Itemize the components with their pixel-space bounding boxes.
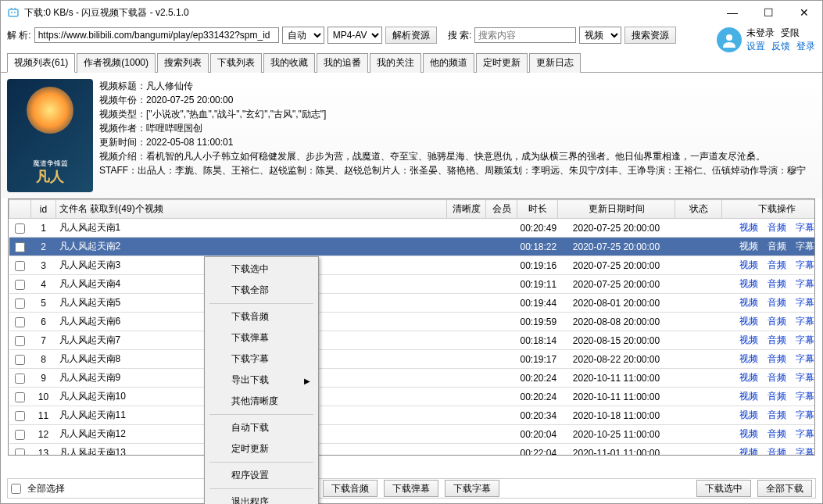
- row-checkbox[interactable]: [15, 261, 25, 271]
- download-subtitle-link[interactable]: 字幕: [796, 241, 814, 252]
- download-audio-link[interactable]: 音频: [768, 428, 786, 439]
- table-row[interactable]: 8凡人风起天南800:19:172020-08-22 20:00:00视频音频字…: [9, 350, 815, 369]
- menu-item[interactable]: 定时更新: [206, 438, 317, 459]
- download-video-link[interactable]: 视频: [739, 353, 758, 364]
- feedback-link[interactable]: 反馈: [771, 40, 790, 53]
- table-row[interactable]: 13凡人风起天南1300:22:042020-11-01 11:00:00视频音…: [9, 444, 815, 456]
- download-subtitle-link[interactable]: 字幕: [796, 278, 814, 289]
- format-select[interactable]: MP4-AVC: [327, 27, 382, 44]
- table-row[interactable]: 11凡人风起天南1100:20:342020-10-18 11:00:00视频音…: [9, 406, 815, 425]
- header-status[interactable]: 状态: [675, 200, 722, 219]
- download-audio-link[interactable]: 音频: [768, 222, 786, 233]
- row-checkbox[interactable]: [15, 280, 25, 290]
- search-input[interactable]: [474, 27, 576, 43]
- login-link[interactable]: 登录: [796, 40, 815, 53]
- download-video-link[interactable]: 视频: [739, 409, 758, 420]
- row-checkbox[interactable]: [15, 223, 25, 234]
- download-audio-link[interactable]: 音频: [768, 353, 786, 364]
- download-audio-link[interactable]: 音频: [768, 447, 786, 455]
- download-danmu-button[interactable]: 下载弹幕: [384, 480, 438, 497]
- menu-item[interactable]: 下载选中: [206, 259, 317, 280]
- menu-item[interactable]: 其他清晰度: [206, 391, 317, 412]
- row-checkbox[interactable]: [15, 242, 25, 252]
- tab-1[interactable]: 作者视频(1000): [77, 53, 156, 73]
- download-audio-link[interactable]: 音频: [768, 259, 786, 270]
- download-audio-link[interactable]: 音频: [768, 297, 786, 308]
- tab-3[interactable]: 下载列表: [210, 53, 262, 73]
- header-id[interactable]: id: [31, 200, 56, 219]
- table-row[interactable]: 6凡人风起天南600:19:592020-08-08 20:00:00视频音频字…: [9, 313, 815, 331]
- download-subtitle-link[interactable]: 字幕: [796, 259, 814, 270]
- header-duration[interactable]: 时长: [517, 200, 558, 219]
- header-actions[interactable]: 下载操作: [722, 200, 815, 219]
- row-checkbox[interactable]: [15, 411, 25, 421]
- row-checkbox[interactable]: [15, 392, 25, 402]
- close-button[interactable]: ✕: [786, 1, 822, 24]
- download-selected-button[interactable]: 下载选中: [696, 480, 751, 497]
- table-row[interactable]: 7凡人风起天南700:18:142020-08-15 20:00:00视频音频字…: [9, 331, 815, 350]
- avatar[interactable]: [717, 27, 742, 52]
- tab-2[interactable]: 搜索列表: [157, 53, 209, 73]
- menu-item[interactable]: 下载全部: [206, 280, 317, 301]
- table-row[interactable]: 10凡人风起天南1000:20:242020-10-11 11:00:00视频音…: [9, 388, 815, 406]
- tab-4[interactable]: 我的收藏: [263, 53, 315, 73]
- download-subtitle-link[interactable]: 字幕: [796, 316, 814, 327]
- table-row[interactable]: 4凡人风起天南400:19:112020-07-25 20:00:00视频音频字…: [9, 275, 815, 294]
- download-video-link[interactable]: 视频: [739, 259, 758, 270]
- row-checkbox[interactable]: [15, 317, 25, 327]
- minimize-button[interactable]: —: [714, 1, 750, 24]
- row-checkbox[interactable]: [15, 449, 25, 455]
- header-update-time[interactable]: 更新日期时间: [558, 200, 675, 219]
- download-subtitle-link[interactable]: 字幕: [796, 222, 814, 233]
- table-row[interactable]: 3凡人风起天南300:19:162020-07-25 20:00:00视频音频字…: [9, 256, 815, 275]
- download-subtitle-link[interactable]: 字幕: [796, 447, 814, 455]
- download-video-link[interactable]: 视频: [739, 391, 758, 402]
- tab-5[interactable]: 我的追番: [317, 53, 368, 73]
- download-audio-link[interactable]: 音频: [768, 241, 786, 252]
- search-type-select[interactable]: 视频: [579, 27, 621, 44]
- row-checkbox[interactable]: [15, 355, 25, 365]
- download-video-link[interactable]: 视频: [739, 297, 758, 308]
- menu-item[interactable]: 下载音频: [206, 306, 317, 327]
- table-row[interactable]: 5凡人风起天南500:19:442020-08-01 20:00:00视频音频字…: [9, 294, 815, 313]
- header-filename[interactable]: 文件名 获取到(49)个视频: [56, 200, 447, 219]
- menu-item[interactable]: 下载弹幕: [206, 327, 317, 349]
- table-row[interactable]: 12凡人风起天南1200:20:042020-10-25 11:00:00视频音…: [9, 425, 815, 444]
- tab-9[interactable]: 更新日志: [529, 53, 581, 73]
- download-audio-link[interactable]: 音频: [768, 278, 786, 289]
- download-audio-link[interactable]: 音频: [768, 334, 786, 345]
- search-button[interactable]: 搜索资源: [624, 27, 676, 44]
- download-video-link[interactable]: 视频: [739, 316, 758, 327]
- header-vip[interactable]: 会员: [486, 200, 517, 219]
- tab-7[interactable]: 他的频道: [423, 53, 474, 73]
- download-audio-link[interactable]: 音频: [768, 372, 786, 383]
- select-all-checkbox[interactable]: [11, 484, 21, 494]
- tab-8[interactable]: 定时更新: [476, 53, 528, 73]
- download-subtitle-link[interactable]: 字幕: [796, 353, 814, 364]
- download-video-link[interactable]: 视频: [739, 334, 758, 345]
- settings-link[interactable]: 设置: [746, 40, 765, 53]
- download-audio-link[interactable]: 音频: [768, 391, 786, 402]
- download-video-link[interactable]: 视频: [739, 278, 758, 289]
- header-clarity[interactable]: 清晰度: [447, 200, 486, 219]
- download-subtitle-link[interactable]: 字幕: [796, 372, 814, 383]
- download-audio-button[interactable]: 下载音频: [323, 480, 378, 497]
- parse-button[interactable]: 解析资源: [385, 27, 437, 44]
- download-video-link[interactable]: 视频: [739, 372, 758, 383]
- download-subtitle-button[interactable]: 下载字幕: [445, 480, 499, 497]
- download-video-link[interactable]: 视频: [739, 222, 758, 233]
- download-subtitle-link[interactable]: 字幕: [796, 391, 814, 402]
- menu-item[interactable]: 退出程序: [206, 491, 317, 504]
- row-checkbox[interactable]: [15, 336, 25, 346]
- maximize-button[interactable]: ☐: [750, 1, 786, 24]
- table-row[interactable]: 1凡人风起天南100:20:492020-07-25 20:00:00视频音频字…: [9, 219, 815, 238]
- mode-select[interactable]: 自动: [282, 27, 324, 44]
- menu-item[interactable]: 导出下载▶: [206, 370, 317, 391]
- download-subtitle-link[interactable]: 字幕: [796, 428, 814, 439]
- tab-6[interactable]: 我的关注: [370, 53, 421, 73]
- tab-0[interactable]: 视频列表(61): [7, 53, 75, 73]
- menu-item[interactable]: 程序设置: [206, 465, 317, 486]
- download-subtitle-link[interactable]: 字幕: [796, 334, 814, 345]
- download-subtitle-link[interactable]: 字幕: [796, 409, 814, 420]
- download-video-link[interactable]: 视频: [739, 428, 758, 439]
